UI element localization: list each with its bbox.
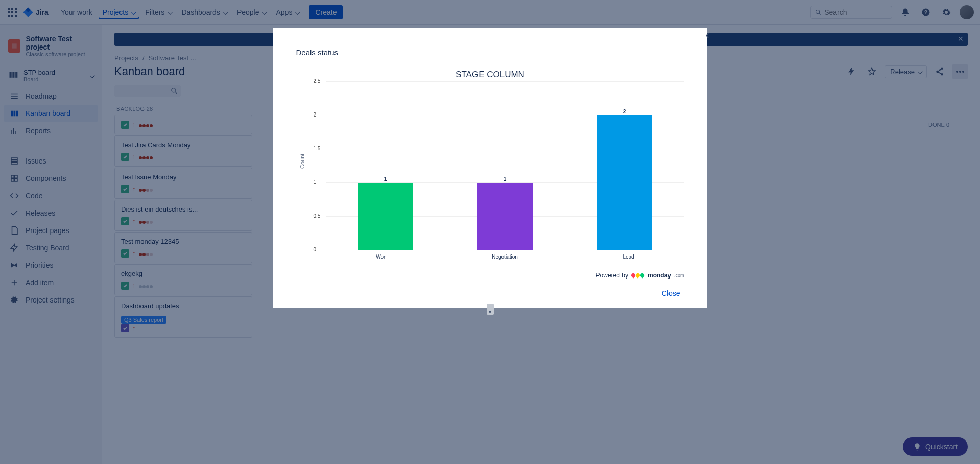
modal-title: Deals status — [286, 41, 695, 64]
chart-title: STAGE COLUMN — [296, 69, 684, 80]
bar-lead: 2 — [565, 109, 684, 250]
bar-won: 1 — [326, 176, 445, 250]
powered-by: Powered by monday.com — [286, 266, 695, 279]
bar-rect — [597, 115, 652, 250]
bar-value-label: 1 — [384, 176, 387, 182]
y-tick-label: 2 — [314, 112, 317, 118]
x-tick-label: Won — [376, 254, 386, 260]
y-tick-label: 1.5 — [314, 146, 321, 151]
y-tick-label: 1 — [314, 179, 317, 185]
bar-negotiation: 1 — [446, 176, 564, 250]
chart-area: STAGE COLUMN Count 00.511.522.5 112 WonN… — [286, 64, 695, 266]
bar-rect — [358, 183, 413, 250]
modal-close-icon[interactable]: ‹ — [705, 29, 709, 42]
scroll-hint-icon: ▾ — [487, 304, 494, 315]
modal-overlay[interactable]: ‹ Deals status STAGE COLUMN Count 00.511… — [0, 0, 980, 464]
chart-box: Count 00.511.522.5 112 WonNegotiationLea… — [314, 82, 684, 266]
monday-logo-icon — [631, 273, 644, 277]
modal-close-button[interactable]: Close — [662, 289, 680, 297]
y-tick-label: 2.5 — [314, 78, 321, 84]
y-tick-label: 0 — [314, 247, 317, 252]
x-tick-label: Negotiation — [492, 254, 518, 260]
bar-value-label: 2 — [623, 109, 626, 114]
chart-ylabel: Count — [299, 154, 305, 169]
bar-rect — [477, 183, 533, 250]
modal-dialog: Deals status STAGE COLUMN Count 00.511.5… — [286, 41, 695, 308]
modal-outer: ‹ Deals status STAGE COLUMN Count 00.511… — [273, 28, 707, 308]
y-tick-label: 0.5 — [314, 213, 321, 219]
x-tick-label: Lead — [623, 254, 634, 260]
bar-value-label: 1 — [504, 176, 507, 182]
